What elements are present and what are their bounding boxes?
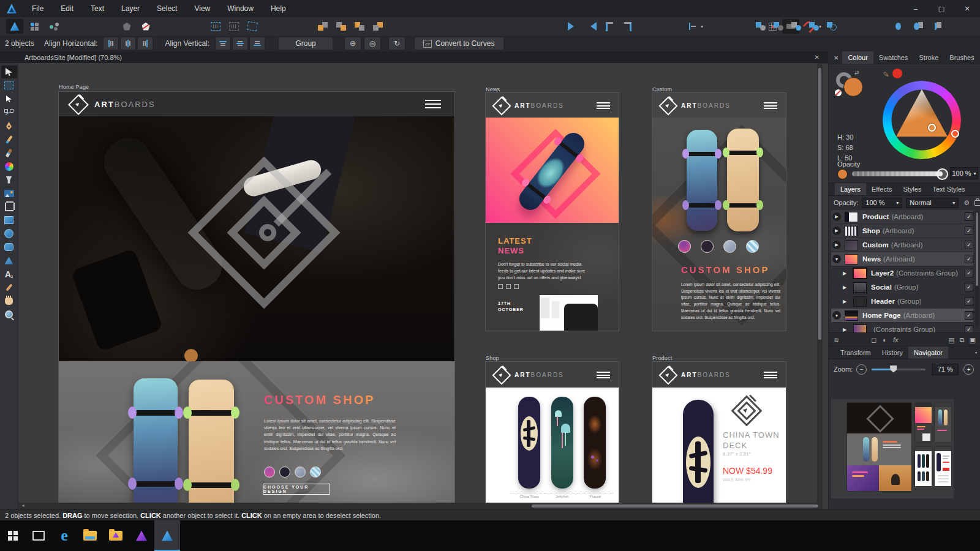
text-tool[interactable]: Aₐ: [1, 268, 17, 280]
custom-menu-icon[interactable]: [764, 102, 777, 109]
menu-view[interactable]: View: [186, 0, 219, 17]
boolean-add-button[interactable]: [752, 19, 769, 34]
expand-icon[interactable]: ▶: [840, 327, 850, 332]
expand-icon[interactable]: ▶: [840, 285, 850, 290]
shop-deck-chinatown[interactable]: [518, 397, 540, 489]
expand-icon[interactable]: ▶: [832, 212, 841, 221]
product-menu-icon[interactable]: [764, 372, 777, 378]
layers-scrollbar[interactable]: [975, 211, 979, 328]
align-center-h-button[interactable]: [120, 37, 136, 50]
place-image-tool[interactable]: [1, 187, 17, 200]
custom-section-body[interactable]: Lorem ipsum dolor sit amet, consectetur …: [681, 282, 780, 321]
align-left-button[interactable]: [103, 37, 119, 50]
tab-text-styles[interactable]: Text Styles: [927, 183, 970, 195]
group-button[interactable]: Group: [278, 37, 333, 50]
visibility-checkbox[interactable]: ✓: [965, 311, 973, 320]
arrange-back-button[interactable]: [369, 19, 386, 34]
document-close-icon[interactable]: ✕: [815, 54, 820, 61]
picked-colour-swatch[interactable]: [892, 69, 902, 78]
arrange-backward-button[interactable]: [351, 19, 368, 34]
zoom-out-button[interactable]: −: [856, 364, 867, 375]
custom-section-title[interactable]: CUSTOM SHOP: [681, 264, 769, 275]
choose-design-button[interactable]: CHOOSE YOUR DESIGN: [263, 484, 330, 495]
home-section-body[interactable]: Lorem ipsum dolor sit amet, consectetur …: [264, 418, 396, 452]
flip-horizontal-button[interactable]: [564, 19, 581, 34]
opacity-slider-knob[interactable]: [937, 168, 948, 180]
visibility-checkbox[interactable]: ✓: [965, 269, 973, 277]
zoom-slider[interactable]: [872, 369, 925, 370]
colour-tool[interactable]: [1, 160, 17, 173]
duplicate-layer-icon[interactable]: ⧉: [960, 336, 965, 344]
horizontal-scrollbar[interactable]: ◄: [18, 503, 823, 509]
boolean-divide-button[interactable]: [805, 19, 823, 34]
expand-icon[interactable]: ▶: [832, 227, 841, 235]
arrange-front-button[interactable]: [314, 19, 331, 34]
flip-vertical-button[interactable]: [582, 19, 600, 34]
alignment-dropdown[interactable]: ▾: [686, 19, 703, 34]
layer-row-shop[interactable]: ▶ Shop(Artboard) ✓: [831, 224, 973, 238]
move-tool[interactable]: [1, 66, 17, 78]
tab-effects[interactable]: Effects: [866, 183, 897, 195]
layer-row-constraints-group[interactable]: ▶ (Constraints Group) ✓: [831, 323, 973, 332]
news-dot[interactable]: [506, 284, 511, 289]
vertical-scrollbar[interactable]: [817, 63, 823, 503]
transparency-tool[interactable]: [1, 173, 17, 186]
adjustment-icon[interactable]: ◐: [883, 336, 887, 343]
pencil-tool[interactable]: [1, 133, 17, 146]
layers-opacity-dropdown[interactable]: 100 %▾: [862, 198, 902, 208]
file-explorer-button[interactable]: [77, 520, 103, 551]
artboard-tool[interactable]: [1, 79, 17, 92]
artboard-custom[interactable]: ARTBOARDS: [652, 93, 786, 331]
visibility-checkbox[interactable]: ✓: [965, 297, 973, 305]
artboard-shop[interactable]: ARTBOARDS China Town Jellyfish: [486, 362, 619, 509]
design-swatch-2[interactable]: [279, 467, 290, 478]
tab-colour[interactable]: Colour: [842, 51, 873, 64]
brush-tool[interactable]: [1, 146, 17, 159]
product-name-line2[interactable]: DECK: [723, 441, 747, 450]
blend-mode-dropdown[interactable]: Normal▾: [906, 198, 959, 208]
shop-menu-icon[interactable]: [597, 372, 610, 378]
collapse-icon[interactable]: ▼: [832, 255, 841, 263]
node-select-tool[interactable]: [1, 92, 17, 105]
document-tab[interactable]: ArtboardsSite [Modified] (70.8%): [24, 54, 122, 61]
product-size[interactable]: 8.37" x 3.81": [723, 451, 750, 457]
start-button[interactable]: [0, 520, 26, 551]
layer-thumbnail[interactable]: [845, 212, 858, 222]
tab-styles[interactable]: Styles: [897, 183, 927, 195]
rotate-ccw-button[interactable]: [601, 19, 618, 34]
layer-row-custom[interactable]: ▶ Custom(Artboard) ✓: [831, 238, 973, 252]
rotate-selection-button[interactable]: ↻: [388, 37, 405, 50]
layer-thumbnail[interactable]: [853, 282, 867, 293]
shape-tool[interactable]: [1, 254, 17, 267]
zoom-value-box[interactable]: 71 %: [932, 364, 959, 375]
swap-fill-stroke-icon[interactable]: ⇄: [854, 70, 859, 76]
fill-swatch[interactable]: [843, 77, 863, 97]
persona-designer-button[interactable]: [6, 19, 23, 34]
align-top-button[interactable]: [215, 37, 231, 50]
menu-help[interactable]: Help: [262, 0, 295, 17]
canvas[interactable]: Home Page ARTBOARDS: [18, 63, 823, 509]
insert-target-2-button[interactable]: [910, 19, 927, 34]
visibility-checkbox[interactable]: ✓: [965, 227, 973, 235]
select-object-button[interactable]: [225, 19, 243, 34]
layer-thumbnail[interactable]: [853, 324, 867, 333]
align-bottom-button[interactable]: [249, 37, 265, 50]
layer-thumbnail[interactable]: [845, 226, 858, 236]
minimize-button[interactable]: –: [903, 0, 929, 17]
product-price-now[interactable]: NOW $54.99: [723, 466, 772, 476]
insert-inside-button[interactable]: [137, 19, 154, 34]
news-dot[interactable]: [514, 284, 519, 289]
product-price-was[interactable]: WAS $69.99: [723, 477, 750, 482]
tab-transform[interactable]: Transform: [835, 347, 876, 359]
layer-thumbnail[interactable]: [845, 240, 858, 250]
menu-layer[interactable]: Layer: [113, 0, 148, 17]
design-swatch-2[interactable]: [701, 240, 714, 253]
artboard-label-product[interactable]: Product: [652, 355, 672, 361]
artboard-news[interactable]: ARTBOARDS LATEST NEWS Don't forget: [486, 93, 619, 331]
maximize-button[interactable]: ▢: [929, 0, 954, 17]
tab-layers[interactable]: Layers: [835, 183, 866, 195]
insert-behind-button[interactable]: [118, 19, 135, 34]
point-transform-tool[interactable]: [1, 106, 17, 119]
align-right-button[interactable]: [137, 37, 153, 50]
horizontal-scroll-thumb[interactable]: [532, 504, 818, 508]
